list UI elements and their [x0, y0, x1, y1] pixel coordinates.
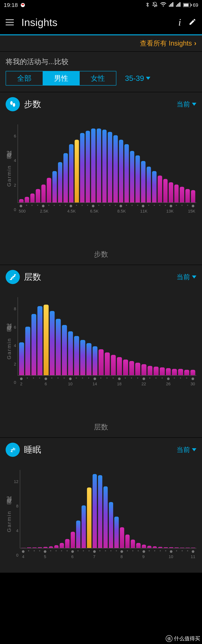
- watermark: 值 什么值得买: [166, 635, 200, 642]
- chart-bar: [37, 306, 43, 375]
- chart-bar: [68, 331, 73, 375]
- svg-point-3: [10, 101, 13, 105]
- age-filter-label: 35-39: [125, 74, 144, 82]
- signal-icon: [169, 2, 173, 8]
- edit-icon[interactable]: [188, 18, 196, 26]
- card-floors: 层数 当前 Garmin 用户百分比8642026101418222630 层数: [0, 265, 202, 438]
- sleep-icon: zzz: [6, 443, 20, 457]
- chart-bar: [158, 176, 162, 202]
- chart-bar: [19, 199, 24, 202]
- chart-bar: [44, 305, 49, 375]
- chart-bar: [82, 506, 86, 548]
- chart-bar: [49, 546, 53, 548]
- chart-bar: [25, 197, 29, 202]
- chart-bar: [123, 360, 128, 375]
- bluetooth-icon: [145, 2, 149, 8]
- chart-bar: [180, 548, 184, 548]
- period-label: 当前: [176, 445, 190, 454]
- svg-point-4: [13, 103, 15, 107]
- chart-bar: [166, 368, 171, 375]
- chart-bar: [120, 527, 124, 548]
- seg-female[interactable]: 女性: [79, 71, 116, 85]
- period-label: 当前: [176, 100, 190, 109]
- chart-bar: [75, 140, 79, 202]
- chart-bar: [148, 366, 153, 375]
- signal-icon-2: [176, 2, 180, 8]
- view-all-insights-link[interactable]: 查看所有 Insights ›: [0, 35, 202, 51]
- chart-bar: [80, 133, 85, 202]
- chart-bar: [111, 355, 116, 375]
- chart-bar: [30, 194, 35, 202]
- chart-steps-xlabel: 步数: [6, 250, 196, 265]
- chart-bar: [93, 474, 97, 548]
- y-axis-label: Garmin 用户百分比: [6, 505, 13, 532]
- card-floors-title: 层数: [24, 271, 172, 283]
- chart-bar: [152, 171, 156, 202]
- chart-bar: [158, 547, 162, 548]
- chart-bar: [86, 343, 91, 375]
- chart-bar: [163, 179, 168, 202]
- chart-bar: [178, 369, 183, 375]
- chart-bar: [105, 352, 110, 375]
- chart-bar: [56, 319, 61, 375]
- chevron-right-icon: ›: [194, 40, 196, 47]
- chart-bar: [32, 548, 37, 548]
- chart-bar: [191, 190, 195, 202]
- age-filter[interactable]: 35-39: [125, 74, 150, 82]
- chart-bar: [97, 128, 101, 202]
- watermark-text: 什么值得买: [174, 635, 200, 642]
- chart-bar: [38, 547, 42, 548]
- wifi-icon: [160, 2, 166, 8]
- dnd-icon: [152, 2, 158, 8]
- chart-sleep: Garmin 用户百分比128404567891011: [6, 470, 196, 567]
- seg-male[interactable]: 男性: [43, 71, 79, 85]
- gender-segmented-control: 全部 男性 女性: [6, 71, 116, 86]
- chart-bar: [109, 502, 113, 548]
- chart-bar: [25, 327, 30, 375]
- info-icon[interactable]: i: [178, 17, 181, 28]
- chart-bar: [87, 488, 91, 548]
- svg-rect-2: [191, 4, 192, 6]
- chart-bar: [190, 370, 195, 375]
- chart-bar: [135, 156, 140, 202]
- period-selector-floors[interactable]: 当前: [176, 272, 196, 282]
- chevron-down-icon: [192, 103, 196, 106]
- chart-bar: [153, 367, 159, 375]
- chart-bar: [58, 162, 63, 202]
- chart-bar: [147, 166, 151, 202]
- svg-rect-1: [184, 4, 188, 6]
- status-time: 19:18: [4, 2, 18, 8]
- floors-icon: [6, 270, 20, 284]
- chart-bar: [65, 539, 69, 548]
- chart-bar: [131, 540, 135, 548]
- chart-bar: [119, 140, 123, 202]
- chart-bar: [76, 520, 80, 548]
- chart-steps: Garmin 用户百分比64205002.5K4.5K6.5K8.5K11K13…: [6, 124, 196, 222]
- chart-bar: [54, 545, 59, 548]
- chart-bar: [43, 547, 48, 548]
- chart-bar: [113, 135, 118, 202]
- chart-bar: [185, 548, 190, 548]
- battery-indicator: 69: [183, 2, 198, 8]
- chart-bar: [62, 325, 67, 375]
- seg-all[interactable]: 全部: [6, 71, 43, 85]
- chevron-down-icon: [146, 77, 150, 80]
- period-selector-steps[interactable]: 当前: [176, 100, 196, 109]
- chart-bar: [71, 532, 75, 548]
- chart-bar: [153, 546, 157, 548]
- chart-bar: [19, 342, 24, 375]
- chevron-down-icon: [192, 276, 196, 278]
- chart-bar: [184, 370, 189, 375]
- chart-bar: [191, 548, 195, 548]
- chart-floors-xlabel: 层数: [6, 422, 196, 438]
- card-sleep-title: 睡眠: [24, 444, 172, 456]
- chart-bar: [136, 543, 140, 548]
- steps-icon: [6, 97, 20, 111]
- period-selector-sleep[interactable]: 当前: [176, 445, 196, 454]
- chart-bar: [117, 357, 122, 375]
- card-steps: 步数 当前 Garmin 用户百分比64205002.5K4.5K6.5K8.5…: [0, 92, 202, 265]
- chart-bar: [169, 182, 173, 202]
- chart-bar: [129, 361, 134, 375]
- menu-icon[interactable]: [6, 19, 14, 26]
- chart-bar: [174, 184, 179, 202]
